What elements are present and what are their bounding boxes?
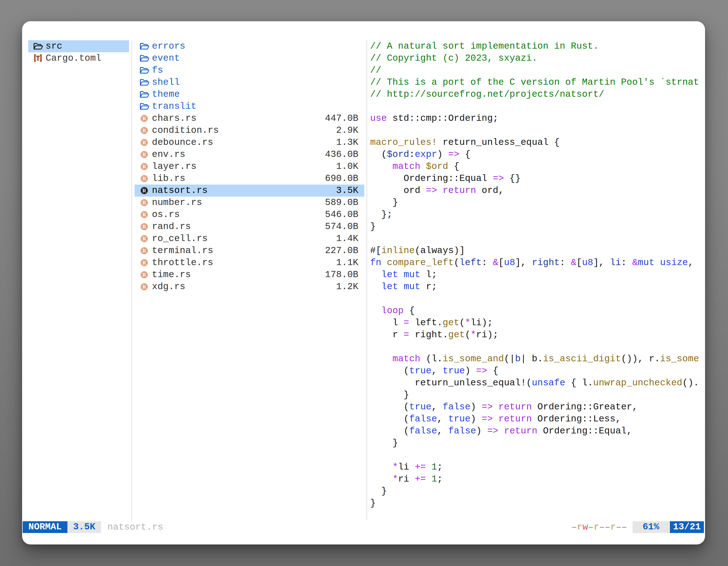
svg-text:R: R	[142, 164, 146, 170]
svg-text:R: R	[142, 224, 146, 230]
svg-text:R: R	[142, 272, 146, 278]
svg-text:R: R	[142, 236, 146, 242]
svg-text:R: R	[142, 260, 146, 266]
svg-text:R: R	[142, 248, 146, 254]
svg-text:R: R	[142, 116, 146, 121]
svg-text:R: R	[142, 284, 146, 290]
svg-text:R: R	[142, 152, 146, 158]
svg-text:R: R	[142, 200, 146, 206]
svg-text:R: R	[142, 140, 146, 146]
svg-text:R: R	[142, 212, 146, 218]
svg-text:R: R	[142, 176, 146, 182]
svg-text:R: R	[142, 188, 146, 194]
svg-text:R: R	[142, 128, 146, 133]
